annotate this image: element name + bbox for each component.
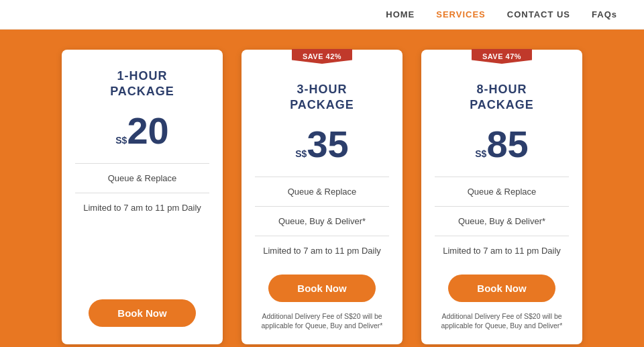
price-currency: S$ bbox=[475, 148, 486, 159]
delivery-note: Additional Delivery Fee of S$20 will be … bbox=[255, 311, 389, 331]
feature-item: Limited to 7 am to 11 pm Daily bbox=[255, 240, 389, 261]
delivery-note: Additional Delivery Fee of S$20 will be … bbox=[435, 311, 569, 331]
price-row: S$ 35 bbox=[295, 126, 348, 163]
savings-badge: SAVE 42% bbox=[292, 49, 352, 64]
book-now-button[interactable]: Book Now bbox=[89, 299, 196, 327]
nav-services[interactable]: SERVICES bbox=[436, 9, 486, 19]
pricing-card-0: 1-HOURPACKAGE S$ 20 Queue & ReplaceLimit… bbox=[62, 50, 223, 344]
feature-item: Queue & Replace bbox=[75, 168, 209, 189]
nav-home[interactable]: HOME bbox=[386, 9, 415, 19]
divider bbox=[435, 177, 569, 177]
price-row: S$ 20 bbox=[115, 112, 168, 150]
nav: HOME SERVICES CONTACT US FAQs bbox=[386, 9, 617, 19]
nav-contact[interactable]: CONTACT US bbox=[507, 9, 570, 19]
pricing-card-1: SAVE 42%3-HOURPACKAGE S$ 35 Queue & Repl… bbox=[241, 50, 402, 344]
header: HOME SERVICES CONTACT US FAQs bbox=[0, 0, 644, 30]
savings-badge: SAVE 47% bbox=[472, 49, 532, 64]
pricing-section: 1-HOURPACKAGE S$ 20 Queue & ReplaceLimit… bbox=[0, 30, 644, 347]
book-now-button[interactable]: Book Now bbox=[268, 275, 376, 302]
price-currency: S$ bbox=[115, 135, 127, 146]
nav-faqs[interactable]: FAQs bbox=[592, 9, 617, 19]
pricing-card-2: SAVE 47%8-HOURPACKAGE S$ 85 Queue & Repl… bbox=[421, 50, 582, 344]
divider bbox=[435, 206, 569, 207]
card-title: 8-HOURPACKAGE bbox=[470, 82, 534, 113]
feature-item: Queue & Replace bbox=[255, 181, 389, 202]
price-currency: S$ bbox=[295, 148, 307, 159]
feature-item: Limited to 7 am to 11 pm Daily bbox=[435, 240, 569, 261]
price-amount: 85 bbox=[486, 126, 528, 163]
feature-item: Queue, Buy & Deliver* bbox=[255, 211, 389, 232]
divider bbox=[75, 163, 209, 164]
feature-item: Queue, Buy & Deliver* bbox=[435, 211, 569, 232]
divider bbox=[255, 206, 389, 207]
price-row: S$ 85 bbox=[475, 126, 528, 163]
price-amount: 35 bbox=[307, 126, 348, 163]
divider bbox=[435, 236, 569, 236]
card-title: 1-HOURPACKAGE bbox=[110, 68, 174, 100]
feature-item: Queue & Replace bbox=[435, 181, 569, 202]
price-amount: 20 bbox=[127, 112, 168, 150]
card-title: 3-HOURPACKAGE bbox=[290, 82, 354, 113]
divider bbox=[255, 177, 389, 177]
book-now-button[interactable]: Book Now bbox=[448, 275, 555, 302]
divider bbox=[255, 236, 389, 236]
feature-item: Limited to 7 am to 11 pm Daily bbox=[75, 197, 209, 218]
divider bbox=[75, 193, 209, 193]
